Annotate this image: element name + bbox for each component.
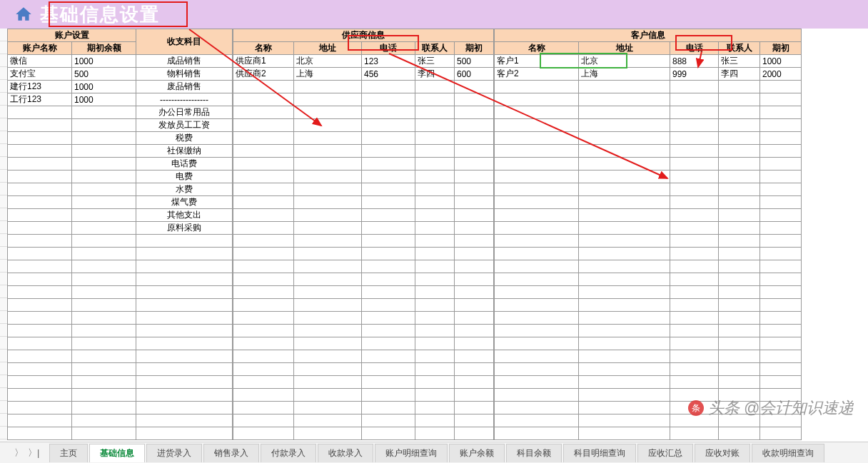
cell-contact[interactable] <box>415 209 455 222</box>
cell-addr[interactable] <box>294 337 362 350</box>
cell-name[interactable] <box>233 222 294 235</box>
tab-进货录入[interactable]: 进货录入 <box>146 444 202 462</box>
table-row[interactable]: 其他支出 <box>8 209 233 222</box>
cell-tel[interactable] <box>362 389 415 402</box>
table-row[interactable] <box>8 427 233 440</box>
cell-name[interactable] <box>495 260 579 273</box>
cell-init[interactable] <box>760 93 802 106</box>
table-row[interactable] <box>233 389 494 402</box>
table-row[interactable] <box>8 273 233 286</box>
table-row[interactable] <box>495 106 802 119</box>
cell-name[interactable] <box>233 209 294 222</box>
table-row[interactable] <box>8 312 233 325</box>
table-row[interactable] <box>495 363 802 376</box>
cell-addr[interactable] <box>294 299 362 312</box>
cell-name[interactable] <box>233 363 294 376</box>
cell-contact[interactable] <box>719 196 760 209</box>
table-row[interactable] <box>233 132 494 145</box>
cell-name[interactable] <box>495 222 579 235</box>
cell-contact[interactable] <box>719 93 760 106</box>
cell-name[interactable] <box>233 119 294 132</box>
cell-name[interactable] <box>495 171 579 183</box>
cell-contact[interactable] <box>719 350 760 363</box>
cell-init[interactable] <box>455 132 494 145</box>
cell-name[interactable] <box>233 158 294 171</box>
table-row[interactable] <box>495 402 802 414</box>
cell-addr[interactable] <box>294 402 362 414</box>
table-row[interactable] <box>233 414 494 427</box>
cell-init[interactable] <box>455 389 494 402</box>
cell-init[interactable] <box>760 209 802 222</box>
table-row[interactable]: 供应商1北京123张三500 <box>233 55 494 68</box>
tab-应收对账[interactable]: 应收对账 <box>695 444 750 462</box>
cell-subject[interactable]: 社保缴纳 <box>136 145 233 158</box>
cell-init[interactable] <box>455 235 494 248</box>
tab-账户明细查询[interactable]: 账户明细查询 <box>375 444 448 462</box>
cell-init[interactable]: 500 <box>455 55 494 68</box>
cell-subject[interactable] <box>136 286 233 299</box>
tab-last-icon[interactable]: 〉| <box>28 447 39 459</box>
cell-subject[interactable] <box>136 248 233 260</box>
cell-addr[interactable] <box>579 248 670 260</box>
cell-contact[interactable] <box>415 299 455 312</box>
cell-account-name[interactable] <box>8 312 72 325</box>
cell-addr[interactable] <box>294 81 362 93</box>
cell-account-balance[interactable] <box>72 158 136 171</box>
cell-tel[interactable] <box>670 132 719 145</box>
cell-tel[interactable]: 456 <box>362 68 415 81</box>
cell-addr[interactable] <box>294 325 362 337</box>
cell-name[interactable] <box>495 93 579 106</box>
tab-next-icon[interactable]: 〉 <box>14 447 24 459</box>
cell-contact[interactable] <box>719 402 760 414</box>
cell-addr[interactable] <box>579 171 670 183</box>
cell-addr[interactable] <box>579 183 670 196</box>
cell-contact[interactable] <box>719 273 760 286</box>
table-row[interactable]: 支付宝500物料销售 <box>8 68 233 81</box>
cell-contact[interactable] <box>719 363 760 376</box>
table-row[interactable] <box>495 119 802 132</box>
cell-account-name[interactable]: 微信 <box>8 55 72 68</box>
cell-name[interactable] <box>495 389 579 402</box>
cell-name[interactable] <box>233 325 294 337</box>
cell-account-name[interactable] <box>8 376 72 389</box>
table-row[interactable] <box>495 299 802 312</box>
cell-addr[interactable] <box>294 286 362 299</box>
cell-account-balance[interactable]: 1000 <box>72 81 136 93</box>
cell-init[interactable] <box>760 350 802 363</box>
cell-init[interactable] <box>760 235 802 248</box>
cell-addr[interactable] <box>294 363 362 376</box>
cell-init[interactable] <box>760 402 802 414</box>
table-row[interactable] <box>233 286 494 299</box>
cell-init[interactable] <box>455 183 494 196</box>
cell-account-name[interactable] <box>8 106 72 119</box>
cell-contact[interactable] <box>719 414 760 427</box>
cell-init[interactable] <box>760 132 802 145</box>
cell-account-name[interactable]: 工行123 <box>8 93 72 106</box>
cell-name[interactable] <box>495 427 579 440</box>
cell-contact[interactable] <box>415 260 455 273</box>
cell-addr[interactable]: 北京 <box>579 55 670 68</box>
table-row[interactable] <box>495 132 802 145</box>
cell-name[interactable] <box>495 286 579 299</box>
cell-addr[interactable] <box>294 106 362 119</box>
cell-tel[interactable] <box>362 81 415 93</box>
table-row[interactable] <box>233 171 494 183</box>
cell-account-balance[interactable] <box>72 312 136 325</box>
cell-contact[interactable] <box>415 427 455 440</box>
cell-contact[interactable] <box>719 171 760 183</box>
cell-tel[interactable] <box>362 106 415 119</box>
cell-name[interactable] <box>233 337 294 350</box>
cell-contact[interactable] <box>719 260 760 273</box>
table-row[interactable] <box>233 248 494 260</box>
cell-tel[interactable] <box>670 337 719 350</box>
cell-tel[interactable] <box>362 286 415 299</box>
cell-tel[interactable] <box>670 119 719 132</box>
cell-init[interactable] <box>455 260 494 273</box>
cell-contact[interactable] <box>415 119 455 132</box>
cell-name[interactable] <box>233 299 294 312</box>
cell-name[interactable] <box>495 402 579 414</box>
table-row[interactable] <box>8 376 233 389</box>
cell-addr[interactable] <box>294 158 362 171</box>
table-row[interactable]: 工行1231000----------------- <box>8 93 233 106</box>
cell-name[interactable] <box>495 132 579 145</box>
